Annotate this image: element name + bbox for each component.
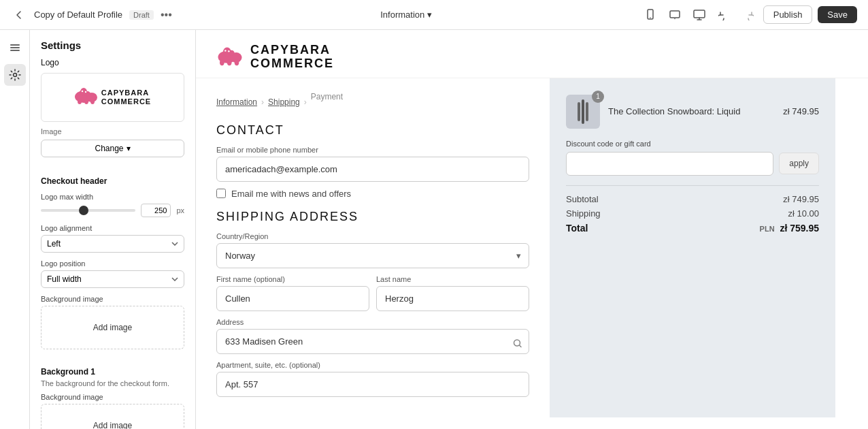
svg-rect-2 <box>670 11 680 18</box>
total-value: PLN zł 759.95 <box>760 223 819 234</box>
logo-position-row: Logo position Full width Left <box>41 259 184 288</box>
publish-button[interactable]: Publish <box>763 5 813 24</box>
svg-rect-4 <box>694 10 705 18</box>
logo-position-select[interactable]: Full width Left <box>41 270 184 288</box>
topbar: Copy of Default Profile Draft ••• Inform… <box>0 0 868 30</box>
first-name-input[interactable] <box>216 286 369 311</box>
chevron-down-icon: ▾ <box>127 144 131 153</box>
desktop-view-icon[interactable] <box>690 5 709 25</box>
svg-point-20 <box>220 60 224 65</box>
subtotal-value: zł 749.95 <box>783 194 819 204</box>
total-row: Total PLN zł 759.95 <box>566 223 819 234</box>
sidebar-item-settings[interactable] <box>4 64 26 86</box>
image-label: Image <box>41 127 184 136</box>
background-image-label: Background image <box>41 295 184 303</box>
address-input[interactable] <box>216 329 529 354</box>
svg-rect-5 <box>10 44 20 46</box>
information-dropdown[interactable]: Information ▾ <box>380 10 432 20</box>
background1-description: The background for the checkout form. <box>41 379 184 387</box>
last-name-label: Last name <box>376 275 529 283</box>
tablet-view-icon[interactable] <box>665 5 684 25</box>
undo-button[interactable] <box>714 5 733 25</box>
discount-input[interactable] <box>566 152 773 176</box>
breadcrumb-shipping[interactable]: Shipping <box>268 97 300 107</box>
background1-image-label: Background image <box>41 393 184 401</box>
checkout-logo-bar: CAPYBARA COMMERCE <box>196 30 868 78</box>
svg-point-21 <box>227 60 232 65</box>
information-label: Information <box>380 10 424 20</box>
newsletter-checkbox[interactable] <box>216 189 226 198</box>
logo-max-width-row: Logo max width 250 px <box>41 193 184 217</box>
preview-logo-icon <box>216 46 244 68</box>
newsletter-row: Email me with news and offers <box>216 189 529 199</box>
first-name-field: First name (optional) <box>216 275 369 311</box>
first-name-label: First name (optional) <box>216 275 369 283</box>
logo-label: Logo <box>41 58 184 67</box>
order-item: 1 The Collection Snowboard: Liquid zł 74… <box>566 95 819 129</box>
save-button[interactable]: Save <box>818 6 857 23</box>
svg-point-17 <box>85 91 86 92</box>
breadcrumb: Information › Shipping › Payment <box>216 92 529 112</box>
discount-section: Discount code or gift card apply <box>566 140 819 176</box>
add-background-image-button[interactable]: Add image <box>41 306 184 349</box>
apt-input[interactable] <box>216 372 529 397</box>
logo-alignment-select[interactable]: Left Center Right <box>41 235 184 253</box>
background1-image-row: Background image Add image <box>41 393 184 429</box>
quantity-badge: 1 <box>592 91 604 103</box>
country-select[interactable]: Norway United States Germany France <box>216 243 529 268</box>
logo-width-input[interactable]: 250 <box>141 204 171 217</box>
last-name-input[interactable] <box>376 286 529 311</box>
svg-rect-7 <box>10 50 20 51</box>
back-button[interactable] <box>11 7 27 23</box>
svg-rect-6 <box>10 47 20 48</box>
add-image-label-2[interactable]: Add image <box>93 421 132 429</box>
svg-point-8 <box>13 74 16 77</box>
mobile-view-icon[interactable] <box>641 5 660 25</box>
logo-position-label: Logo position <box>41 259 184 268</box>
profile-title: Copy of Default Profile <box>34 10 122 20</box>
background-image-row: Background image Add image <box>41 295 184 349</box>
apt-field: Apartment, suite, etc. (optional) <box>216 361 529 404</box>
logo-alignment-label: Logo alignment <box>41 224 184 232</box>
logo-preview: CAPYBARA COMMERCE <box>41 73 184 122</box>
checkout-header-title: Checkout header <box>41 176 184 186</box>
add-background1-image-button[interactable]: Add image <box>41 404 184 429</box>
shipping-value: zł 10.00 <box>788 208 819 219</box>
email-input[interactable] <box>216 157 529 182</box>
breadcrumb-information[interactable]: Information <box>216 97 257 107</box>
subtotal-row: Subtotal zł 749.95 <box>566 194 819 204</box>
more-options-button[interactable]: ••• <box>161 9 172 21</box>
redo-button[interactable] <box>739 5 758 25</box>
checkout-header-section: Checkout header Logo max width 250 px Lo… <box>30 176 195 367</box>
discount-row: apply <box>566 152 819 176</box>
svg-point-22 <box>235 60 239 65</box>
logo-width-slider[interactable] <box>41 209 135 212</box>
breadcrumb-payment: Payment <box>311 92 343 101</box>
change-logo-button[interactable]: Change ▾ <box>41 140 184 157</box>
contact-title: Contact <box>216 123 529 138</box>
svg-rect-29 <box>578 102 580 121</box>
px-unit: px <box>176 206 184 214</box>
background1-title: Background 1 <box>41 367 184 377</box>
svg-rect-28 <box>582 99 584 124</box>
svg-point-13 <box>90 99 95 104</box>
subtotal-label: Subtotal <box>566 194 599 204</box>
add-image-label[interactable]: Add image <box>93 323 132 332</box>
svg-point-12 <box>84 99 88 104</box>
logo-section: Logo <box>30 58 195 168</box>
product-price: zł 749.95 <box>783 106 819 116</box>
shipping-row: Shipping zł 10.00 <box>566 208 819 219</box>
total-label: Total <box>566 223 588 234</box>
shipping-title: Shipping Address <box>216 210 529 224</box>
newsletter-label: Email me with news and offers <box>231 189 351 199</box>
sidebar-item-menu[interactable] <box>4 37 26 59</box>
divider <box>566 185 819 186</box>
settings-panel: Settings Logo <box>30 30 196 429</box>
apply-button[interactable]: apply <box>779 153 819 174</box>
svg-rect-30 <box>586 102 588 121</box>
draft-badge: Draft <box>129 10 154 20</box>
background1-section: Background 1 The background for the chec… <box>30 367 195 429</box>
order-summary: 1 The Collection Snowboard: Liquid zł 74… <box>550 78 835 417</box>
chevron-down-icon: ▾ <box>427 10 432 20</box>
preview-logo-text: CAPYBARA COMMERCE <box>250 44 334 71</box>
